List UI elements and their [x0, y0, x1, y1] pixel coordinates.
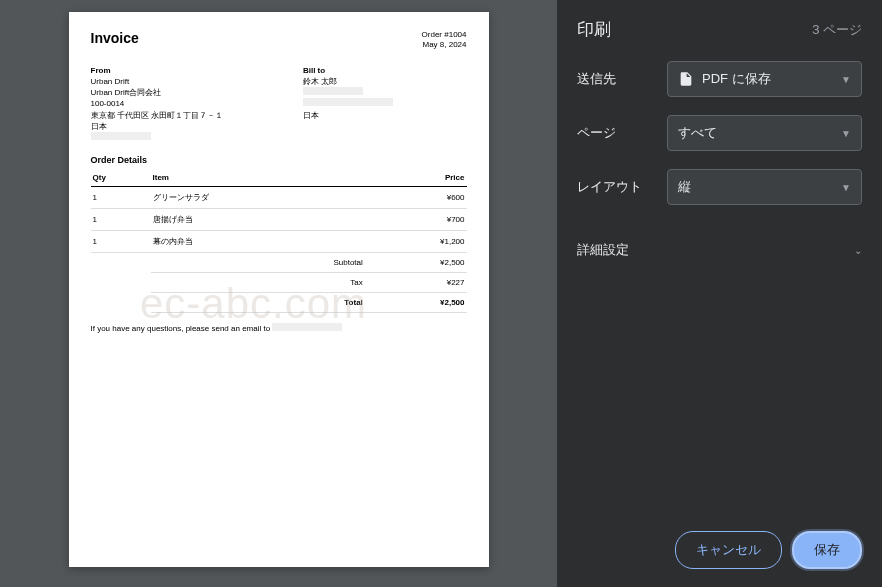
pages-value: すべて [678, 124, 717, 142]
total-row: Total¥2,500 [91, 293, 467, 313]
advanced-settings-toggle[interactable]: 詳細設定 ⌄ [577, 233, 862, 267]
destination-value: PDF に保存 [702, 70, 771, 88]
invoice-title: Invoice [91, 30, 139, 51]
from-label: From [91, 66, 111, 75]
pages-select[interactable]: すべて ▼ [667, 115, 862, 151]
col-qty: Qty [91, 169, 151, 187]
layout-value: 縦 [678, 178, 691, 196]
from-addr: 東京都 千代田区 永田町１丁目７－１ [91, 111, 223, 120]
destination-label: 送信先 [577, 70, 667, 88]
page-count: 3 ページ [812, 21, 862, 39]
subtotal-row: Subtotal¥2,500 [91, 253, 467, 273]
destination-select[interactable]: PDF に保存 ▼ [667, 61, 862, 97]
from-name: Urban Drift [91, 77, 130, 86]
layout-select[interactable]: 縦 ▼ [667, 169, 862, 205]
order-number: Order #1004 [422, 30, 467, 40]
invoice-page: Invoice Order #1004 May 8, 2024 From Urb… [69, 12, 489, 567]
invoice-date: May 8, 2024 [422, 40, 467, 50]
order-table: Qty Item Price 1グリーンサラダ¥600 1唐揚げ弁当¥700 1… [91, 169, 467, 313]
redacted-text [303, 98, 393, 106]
bill-name: 鈴木 太郎 [303, 77, 337, 86]
col-item: Item [151, 169, 365, 187]
print-preview-area: Invoice Order #1004 May 8, 2024 From Urb… [0, 0, 557, 587]
table-row: 1幕の内弁当¥1,200 [91, 231, 467, 253]
print-settings-panel: 印刷 3 ページ 送信先 PDF に保存 ▼ ページ すべて ▼ レイアウト [557, 0, 882, 587]
chevron-down-icon: ▼ [841, 74, 851, 85]
layout-label: レイアウト [577, 178, 667, 196]
cancel-button[interactable]: キャンセル [675, 531, 782, 569]
redacted-text [91, 132, 151, 140]
bill-country: 日本 [303, 111, 319, 120]
from-zip: 100-0014 [91, 99, 125, 108]
bill-label: Bill to [303, 66, 325, 75]
advanced-label: 詳細設定 [577, 241, 629, 259]
chevron-down-icon: ▼ [841, 128, 851, 139]
from-country: 日本 [91, 122, 107, 131]
from-company: Urban Drift合同会社 [91, 88, 162, 97]
pdf-icon [678, 71, 694, 88]
chevron-down-icon: ⌄ [854, 245, 862, 256]
footer-text: If you have any questions, please send a… [91, 323, 467, 333]
order-details-label: Order Details [91, 155, 467, 165]
chevron-down-icon: ▼ [841, 182, 851, 193]
print-title: 印刷 [577, 18, 611, 41]
table-row: 1唐揚げ弁当¥700 [91, 209, 467, 231]
tax-row: Tax¥227 [91, 273, 467, 293]
col-price: Price [365, 169, 467, 187]
pages-label: ページ [577, 124, 667, 142]
redacted-text [303, 87, 363, 95]
save-button[interactable]: 保存 [792, 531, 862, 569]
table-row: 1グリーンサラダ¥600 [91, 187, 467, 209]
